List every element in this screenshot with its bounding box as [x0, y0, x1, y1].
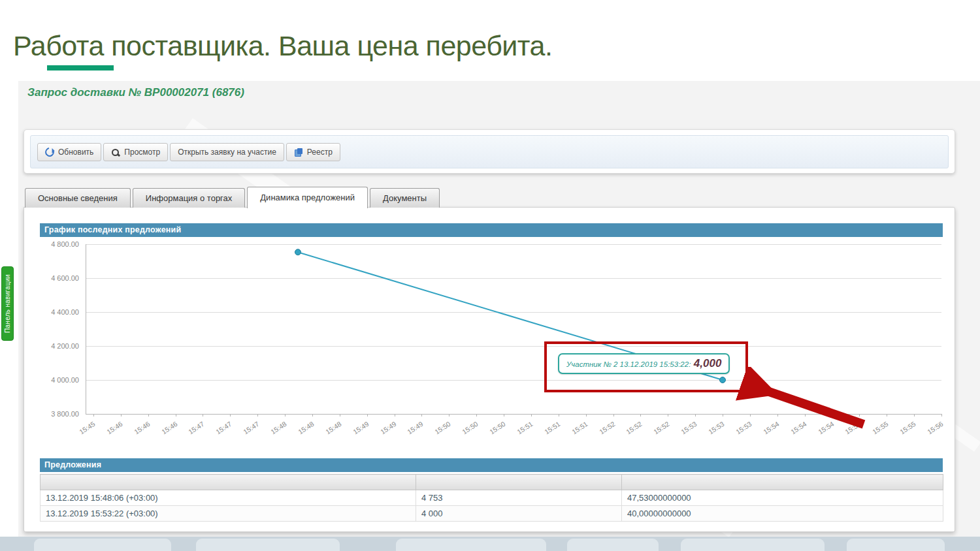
- offers-table: 13.12.2019 15:48:06 (+03:00) 4 753 47,53…: [40, 474, 943, 522]
- tab-label: Информация о торгах: [146, 193, 233, 203]
- offer-row[interactable]: 13.12.2019 15:53:22 (+03:00) 4 000 40,00…: [41, 506, 943, 522]
- offers-table-column-header[interactable]: [41, 475, 416, 490]
- refresh-icon: [43, 146, 56, 158]
- offers-table-column-header[interactable]: [416, 475, 622, 490]
- preview-icon: [111, 148, 120, 157]
- toolbar-button-label: Открыть заявку на участие: [178, 148, 276, 157]
- page-title: Запрос доставки № ВР00002071 (6876): [27, 86, 244, 99]
- offer-cell-unit-price: 47,53000000000: [622, 490, 943, 506]
- offer-cell-time: 13.12.2019 15:53:22 (+03:00): [41, 506, 416, 522]
- offer-row[interactable]: 13.12.2019 15:48:06 (+03:00) 4 753 47,53…: [41, 490, 943, 506]
- tab-label: Документы: [383, 193, 427, 203]
- chart-section-header: График последних предложений: [40, 223, 943, 237]
- registry-icon: [294, 148, 303, 157]
- chart-data-point[interactable]: [295, 249, 301, 255]
- tab-label: Динамика предложений: [260, 193, 355, 202]
- offers-table-header-row: [41, 475, 943, 490]
- nav-panel-tab[interactable]: Панель навигации: [1, 266, 14, 341]
- taskbar-item: [196, 539, 340, 551]
- slide-canvas: Работа поставщика. Ваша цена перебита. З…: [0, 0, 980, 551]
- toolbar-card: Обновить Просмотр Открыть заявку на учас…: [24, 129, 955, 174]
- taskbar-item: [567, 539, 659, 551]
- nav-panel-label: Панель навигации: [4, 274, 11, 333]
- taskbar-item: [34, 539, 171, 551]
- offers-table-column-header[interactable]: [622, 475, 943, 490]
- annotation-rectangle: [544, 341, 748, 392]
- toolbar-button[interactable]: Обновить: [37, 143, 101, 161]
- toolbar-button[interactable]: Просмотр: [103, 143, 168, 161]
- tab[interactable]: Информация о торгах: [133, 188, 246, 208]
- taskbar-strip: [0, 537, 980, 551]
- taskbar-item: [396, 539, 546, 551]
- toolbar-button-label: Просмотр: [124, 148, 160, 157]
- slide-title: Работа поставщика. Ваша цена перебита.: [13, 30, 552, 62]
- title-underline: [47, 65, 114, 71]
- offer-cell-time: 13.12.2019 15:48:06 (+03:00): [41, 490, 416, 506]
- offer-cell-price: 4 000: [416, 506, 622, 522]
- annotation-arrow: [724, 367, 874, 432]
- offer-cell-price: 4 753: [416, 490, 622, 506]
- toolbar-button-label: Реестр: [307, 148, 333, 157]
- tab-bar: Основные сведения Информация о торгах Ди…: [25, 187, 440, 208]
- offers-table-body: 13.12.2019 15:48:06 (+03:00) 4 753 47,53…: [41, 490, 943, 522]
- toolbar: Обновить Просмотр Открыть заявку на учас…: [30, 135, 949, 168]
- toolbar-button[interactable]: Открыть заявку на участие: [170, 143, 284, 161]
- taskbar-item: [847, 539, 945, 551]
- tab[interactable]: Динамика предложений: [247, 187, 368, 208]
- offer-cell-unit-price: 40,00000000000: [622, 506, 943, 522]
- toolbar-button[interactable]: Реестр: [286, 143, 340, 161]
- tab-label: Основные сведения: [38, 193, 118, 203]
- taskbar-item: [681, 539, 825, 551]
- offers-section-header: Предложения: [40, 458, 943, 472]
- toolbar-button-label: Обновить: [58, 148, 93, 157]
- tab[interactable]: Основные сведения: [25, 188, 131, 208]
- tab[interactable]: Документы: [370, 188, 440, 208]
